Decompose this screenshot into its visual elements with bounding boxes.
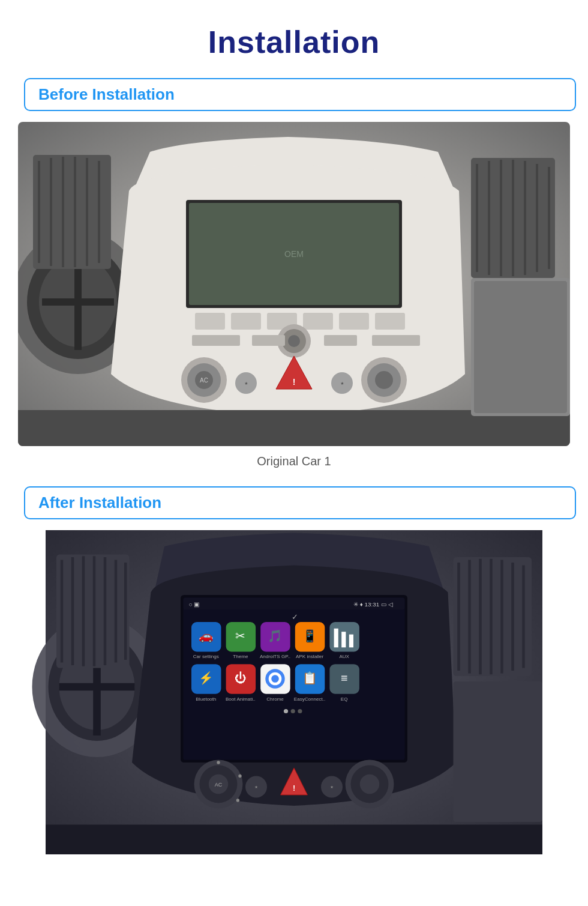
svg-point-31 (375, 371, 393, 389)
svg-text:○  ▣: ○ ▣ (189, 601, 200, 608)
svg-text:⚡: ⚡ (199, 671, 214, 685)
svg-text:!: ! (293, 784, 295, 793)
svg-rect-137 (454, 681, 543, 822)
svg-point-18 (288, 335, 300, 347)
svg-rect-136 (46, 825, 542, 855)
before-dashboard-svg: OEM AC ! ⋆ ⋆ (18, 122, 570, 446)
svg-rect-79 (334, 629, 338, 648)
svg-text:⏻: ⏻ (235, 671, 247, 684)
svg-text:✓: ✓ (292, 613, 298, 621)
svg-text:Chrome: Chrome (266, 696, 284, 702)
svg-text:≡: ≡ (341, 671, 348, 684)
svg-text:OEM: OEM (284, 249, 304, 259)
svg-text:Car settings: Car settings (193, 654, 219, 659)
svg-rect-13 (303, 313, 333, 330)
svg-text:⋆: ⋆ (254, 783, 259, 791)
svg-text:!: ! (293, 377, 296, 387)
svg-rect-10 (195, 313, 225, 330)
after-installation-badge: After Installation (24, 486, 576, 519)
svg-point-101 (291, 709, 295, 713)
svg-rect-20 (252, 335, 285, 346)
svg-text:🚗: 🚗 (199, 629, 214, 643)
after-dashboard-svg: ○ ▣ ✳ ♦ 13:31 ▭ ◁ ✓ 🚗 Car settings ✂ The… (18, 530, 570, 854)
svg-rect-81 (349, 635, 353, 648)
svg-text:📱: 📱 (302, 629, 317, 643)
svg-text:AC: AC (200, 377, 208, 384)
svg-text:⋆: ⋆ (340, 378, 345, 388)
svg-point-92 (271, 675, 279, 683)
svg-text:📋: 📋 (302, 671, 317, 685)
svg-text:✳ ♦ 13:31  ▭  ◁: ✳ ♦ 13:31 ▭ ◁ (353, 601, 393, 608)
svg-text:⋆: ⋆ (329, 783, 334, 791)
svg-text:Theme: Theme (233, 654, 248, 659)
svg-rect-19 (192, 335, 240, 346)
svg-text:AndroiTS GP..: AndroiTS GP.. (260, 654, 290, 659)
svg-point-125 (236, 799, 239, 802)
before-installation-label: Before Installation (38, 85, 175, 103)
svg-rect-80 (341, 632, 346, 647)
svg-text:AC: AC (215, 782, 223, 788)
svg-text:Bluetooth: Bluetooth (196, 696, 216, 702)
svg-rect-21 (324, 335, 357, 346)
after-installation-label: After Installation (38, 494, 161, 512)
svg-text:EasyConnect..: EasyConnect.. (294, 696, 326, 702)
svg-rect-11 (231, 313, 261, 330)
svg-text:✂: ✂ (235, 629, 245, 642)
before-installation-image: OEM AC ! ⋆ ⋆ (18, 122, 570, 446)
svg-point-130 (360, 775, 379, 794)
svg-point-124 (238, 775, 241, 778)
svg-text:EQ: EQ (341, 696, 348, 702)
svg-point-102 (298, 709, 302, 713)
svg-text:🎵: 🎵 (268, 629, 283, 643)
before-image-caption: Original Car 1 (257, 455, 331, 468)
page-title: Installation (208, 24, 380, 60)
before-installation-badge: Before Installation (24, 78, 576, 111)
svg-rect-22 (372, 335, 420, 346)
svg-rect-53 (474, 281, 567, 413)
svg-text:APK installer: APK installer (296, 654, 324, 659)
svg-rect-14 (339, 313, 369, 330)
after-installation-image: ○ ▣ ✳ ♦ 13:31 ▭ ◁ ✓ 🚗 Car settings ✂ The… (18, 530, 570, 854)
svg-point-123 (217, 761, 220, 764)
svg-rect-15 (375, 313, 405, 330)
svg-text:⋆: ⋆ (244, 378, 249, 388)
svg-text:AUX: AUX (339, 654, 349, 659)
svg-point-100 (284, 709, 288, 713)
svg-text:Boot Animati..: Boot Animati.. (226, 696, 256, 702)
